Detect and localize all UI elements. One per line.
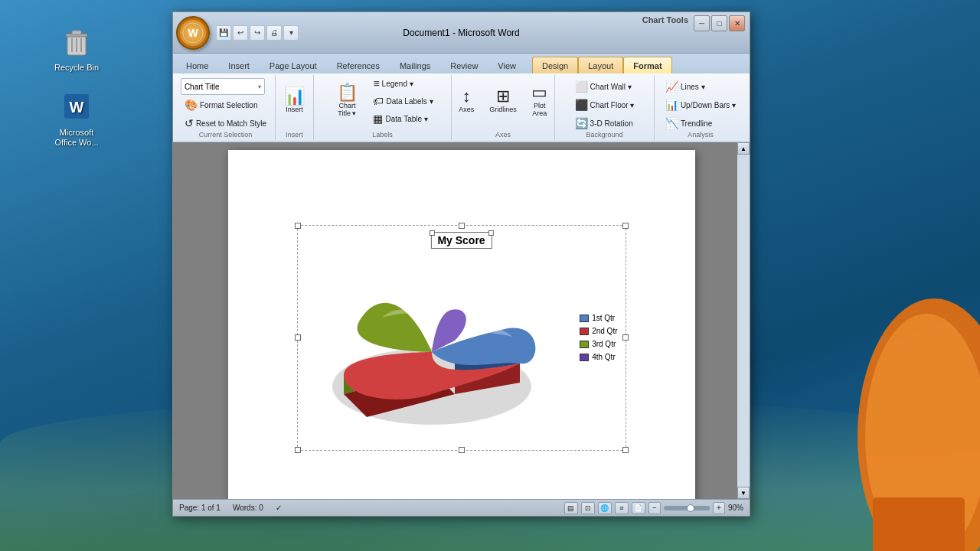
tab-view[interactable]: View: [488, 57, 526, 73]
legend-item-2ndqtr: 2nd Qtr: [580, 327, 617, 335]
tab-format[interactable]: Format: [623, 57, 671, 73]
format-selection-btn[interactable]: 🎨 Format Selection: [181, 96, 262, 113]
msword-icon: W: [58, 88, 95, 125]
scroll-down-btn[interactable]: ▼: [737, 487, 750, 499]
data-table-btn[interactable]: ▦ Data Table ▾: [369, 110, 436, 127]
data-table-label: Data Table ▾: [385, 115, 427, 123]
resize-handle-bm[interactable]: [459, 447, 465, 453]
spell-check-icon: ✓: [276, 504, 282, 512]
scroll-track[interactable]: [737, 155, 750, 487]
legend-item-4thqtr: 4th Qtr: [580, 353, 617, 361]
tab-mailings[interactable]: Mailings: [390, 57, 440, 73]
current-selection-dropdown[interactable]: Chart Title ▾: [181, 78, 265, 95]
tab-page-layout[interactable]: Page Layout: [260, 57, 327, 73]
office-button[interactable]: W: [176, 16, 210, 50]
plot-area-label: PlotArea: [532, 103, 547, 118]
insert-btn[interactable]: 📊 Insert: [279, 78, 310, 124]
legend-item-3rdqtr: 3rd Qtr: [580, 340, 617, 348]
vertical-scrollbar[interactable]: ▲ ▼: [737, 142, 750, 499]
undo-quick-btn[interactable]: ↩: [233, 25, 248, 41]
trendline-icon: 📉: [665, 117, 678, 129]
full-screen-btn[interactable]: ⊡: [581, 502, 595, 514]
resize-handle-tr[interactable]: [622, 223, 629, 229]
gridlines-label: Gridlines: [489, 106, 517, 114]
insert-icon: 📊: [284, 88, 305, 105]
ribbon-tabs: Home Insert Page Layout References Maili…: [173, 54, 750, 73]
recycle-bin-icon: [58, 23, 95, 60]
3d-rotation-label: 3-D Rotation: [590, 119, 633, 128]
legend-color-3rdqtr: [580, 341, 589, 348]
format-selection-label: Format Selection: [200, 101, 258, 109]
scroll-up-btn[interactable]: ▲: [737, 142, 750, 155]
legend-color-2ndqtr: [580, 328, 589, 335]
chart-floor-label: Chart Floor ▾: [590, 101, 635, 109]
tab-design[interactable]: Design: [532, 57, 578, 73]
zoom-out-btn[interactable]: −: [648, 502, 661, 514]
close-button[interactable]: ✕: [729, 15, 745, 31]
print-quick-btn[interactable]: 🖨: [266, 25, 282, 41]
tab-layout[interactable]: Layout: [578, 57, 623, 73]
data-labels-btn[interactable]: 🏷 Data Labels ▾: [369, 93, 436, 109]
outline-btn[interactable]: ≡: [615, 502, 629, 514]
minimize-button[interactable]: ─: [694, 15, 710, 31]
format-selection-icon: 🎨: [185, 99, 198, 111]
svg-text:W: W: [70, 99, 84, 116]
more-quick-btn[interactable]: ▾: [283, 25, 299, 41]
legend-label-3rdqtr: 3rd Qtr: [592, 340, 616, 348]
draft-btn[interactable]: 📄: [632, 502, 645, 514]
resize-handle-bl[interactable]: [295, 447, 301, 453]
tab-review[interactable]: Review: [440, 57, 488, 73]
svg-rect-2: [72, 31, 81, 34]
gridlines-btn[interactable]: ⊞ Gridlines: [485, 78, 521, 124]
3d-rotation-btn[interactable]: 🔄 3-D Rotation: [571, 115, 637, 132]
svg-rect-10: [873, 497, 965, 551]
chart-container[interactable]: My Score: [297, 225, 626, 451]
desktop-icon-recycle-bin[interactable]: Recycle Bin: [50, 23, 103, 73]
3d-rotation-icon: 🔄: [575, 117, 588, 129]
current-selection-group-label: Current Selection: [176, 131, 275, 139]
web-layout-btn[interactable]: 🌐: [598, 502, 612, 514]
window-title: Document1 - Microsoft Word: [403, 28, 520, 38]
legend-label-1stqtr: 1st Qtr: [592, 314, 615, 322]
print-layout-btn[interactable]: ▤: [564, 502, 578, 514]
up-down-bars-btn[interactable]: 📊 Up/Down Bars ▾: [662, 96, 740, 113]
insert-group-label: Insert: [276, 131, 313, 139]
chart-title-icon: 📋: [337, 84, 358, 101]
save-quick-btn[interactable]: 💾: [216, 25, 231, 41]
chart-floor-icon: ⬛: [575, 99, 588, 111]
plot-area-icon: ▭: [531, 84, 547, 101]
legend-btn[interactable]: ≡ Legend ▾: [369, 75, 436, 92]
lines-btn[interactable]: 📈 Lines ▾: [662, 78, 709, 95]
chart-title[interactable]: My Score: [430, 232, 492, 249]
legend-item-1stqtr: 1st Qtr: [580, 314, 617, 322]
chart-wall-icon: ⬜: [575, 80, 588, 93]
resize-handle-br[interactable]: [622, 447, 629, 453]
chart-wall-btn[interactable]: ⬜ Chart Wall ▾: [571, 78, 635, 95]
zoom-in-btn[interactable]: +: [713, 502, 725, 514]
resize-handle-ml[interactable]: [295, 334, 301, 341]
legend-color-1stqtr: [580, 315, 589, 322]
dropdown-arrow-icon: ▾: [258, 83, 261, 90]
legend-label-4thqtr: 4th Qtr: [592, 353, 616, 361]
trendline-btn[interactable]: 📉 Trendline: [662, 115, 716, 132]
redo-quick-btn[interactable]: ↪: [250, 25, 265, 41]
plot-area-btn[interactable]: ▭ PlotArea: [524, 78, 556, 124]
chart-floor-btn[interactable]: ⬛ Chart Floor ▾: [571, 96, 639, 113]
zoom-thumb[interactable]: [687, 504, 694, 512]
resize-handle-tm[interactable]: [459, 223, 465, 229]
maximize-button[interactable]: □: [711, 15, 727, 31]
tab-insert[interactable]: Insert: [218, 57, 260, 73]
chart-title-label: ChartTitle ▾: [338, 103, 356, 118]
axes-btn[interactable]: ↕ Axes: [450, 78, 482, 124]
zoom-slider[interactable]: [664, 506, 710, 510]
desktop-icon-msword[interactable]: W Microsoft Office Wo...: [50, 88, 103, 148]
legend-label-2ndqtr: 2nd Qtr: [592, 327, 617, 335]
svg-text:W: W: [188, 27, 198, 39]
chart-title-btn[interactable]: 📋 ChartTitle ▾: [328, 78, 366, 124]
window-controls: ─ □ ✕: [694, 15, 745, 31]
reset-match-btn[interactable]: ↺ Reset to Match Style: [181, 115, 270, 132]
tab-references[interactable]: References: [327, 57, 390, 73]
resize-handle-mr[interactable]: [622, 334, 629, 341]
tab-home[interactable]: Home: [176, 57, 218, 73]
resize-handle-tl[interactable]: [295, 223, 301, 229]
